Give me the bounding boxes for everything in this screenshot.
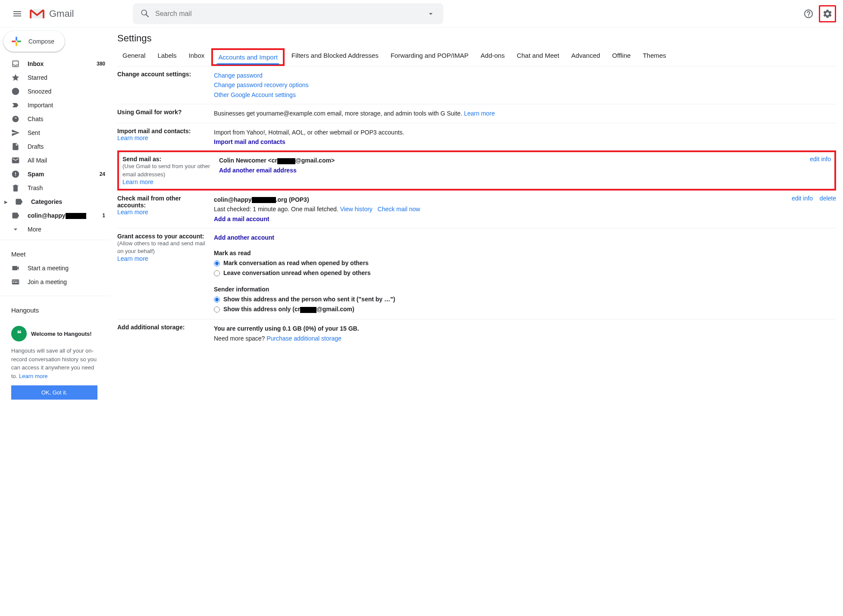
meet-section: Meet Start a meetingJoin a meeting <box>0 244 110 292</box>
hangouts-section: Hangouts ❝ Welcome to Hangouts! Hangouts… <box>0 300 110 408</box>
inbox-icon <box>11 59 20 68</box>
hangouts-icon: ❝ <box>11 326 27 341</box>
mark-read-radio-1[interactable] <box>214 260 220 266</box>
row-send-mail-as: Send mail as: (Use Gmail to send from yo… <box>117 150 836 190</box>
add-another-account-link[interactable]: Add another account <box>214 234 274 241</box>
label-icon <box>11 211 20 220</box>
sidebar-item-snoozed[interactable]: Snoozed <box>0 84 110 98</box>
settings-tabs: GeneralLabelsInboxAccounts and ImportFil… <box>117 48 836 66</box>
checkmail-delete-link[interactable]: delete <box>820 195 836 202</box>
gmail-icon <box>29 6 45 22</box>
sidebar-item-colin-happy-[interactable]: colin@happy1 <box>0 209 110 222</box>
tab-advanced[interactable]: Advanced <box>566 48 605 63</box>
spam-icon <box>11 170 20 178</box>
search-bar[interactable] <box>133 3 443 24</box>
sidebar-item-starred[interactable]: Starred <box>0 71 110 84</box>
label-icon <box>15 197 23 206</box>
app-name: Gmail <box>49 8 74 19</box>
hangouts-learn-more-link[interactable]: Learn more <box>19 373 47 379</box>
tab-labels[interactable]: Labels <box>152 48 182 63</box>
check-mail-now-link[interactable]: Check mail now <box>378 206 420 213</box>
more-icon <box>11 225 20 234</box>
row-additional-storage: Add additional storage: You are currentl… <box>117 319 836 347</box>
sidebar-item-categories[interactable]: ▶Categories <box>0 195 110 209</box>
sidebar-item-inbox[interactable]: Inbox380 <box>0 57 110 71</box>
svg-text:❝: ❝ <box>15 117 17 121</box>
app-header: Gmail <box>0 0 843 28</box>
trash-icon <box>11 184 20 192</box>
sendas-learn-more-link[interactable]: Learn more <box>122 178 154 185</box>
search-options-dropdown-icon[interactable] <box>421 4 441 24</box>
chats-icon: ❝ <box>11 115 20 123</box>
row-grant-access: Grant access to your account: (Allow oth… <box>117 228 836 319</box>
sender-info-radio-2[interactable] <box>214 306 220 313</box>
sidebar-item-all-mail[interactable]: All Mail <box>0 153 110 167</box>
important-icon <box>11 101 20 109</box>
search-icon[interactable] <box>135 4 155 24</box>
clock-icon <box>11 87 20 96</box>
help-icon[interactable] <box>800 5 817 22</box>
hamburger-menu-icon[interactable] <box>7 3 28 24</box>
mark-read-radio-2[interactable] <box>214 270 220 276</box>
purchase-storage-link[interactable]: Purchase additional storage <box>266 335 342 342</box>
view-history-link[interactable]: View history <box>340 206 373 213</box>
change-password-link[interactable]: Change password <box>214 72 263 79</box>
sidebar-item-more[interactable]: More <box>0 222 110 236</box>
gsuite-learn-more-link[interactable]: Learn more <box>464 110 495 117</box>
sidebar-item-important[interactable]: Important <box>0 98 110 112</box>
keyboard-icon <box>11 278 20 286</box>
tab-general[interactable]: General <box>117 48 150 63</box>
compose-label: Compose <box>28 38 54 45</box>
tab-offline[interactable]: Offline <box>607 48 636 63</box>
checkmail-learn-more-link[interactable]: Learn more <box>117 209 148 216</box>
sidebar-item-chats[interactable]: ❝Chats <box>0 112 110 126</box>
hangouts-desc: Hangouts will save all of your on-record… <box>11 347 100 380</box>
tab-forwarding-and-pop-imap[interactable]: Forwarding and POP/IMAP <box>385 48 474 63</box>
sender-info-radio-1[interactable] <box>214 297 220 303</box>
meet-title: Meet <box>0 247 110 261</box>
meet-item-join-a-meeting[interactable]: Join a meeting <box>0 275 110 289</box>
tab-accounts-and-import[interactable]: Accounts and Import <box>213 50 283 64</box>
tab-themes[interactable]: Themes <box>638 48 671 63</box>
add-email-address-link[interactable]: Add another email address <box>219 167 297 174</box>
other-google-settings-link[interactable]: Other Google Account settings <box>214 91 296 98</box>
search-input[interactable] <box>155 10 421 18</box>
add-mail-account-link[interactable]: Add a mail account <box>214 216 269 222</box>
tab-inbox[interactable]: Inbox <box>184 48 210 63</box>
sidebar-item-drafts[interactable]: Drafts <box>0 140 110 153</box>
tab-chat-and-meet[interactable]: Chat and Meet <box>511 48 564 63</box>
hangouts-ok-button[interactable]: OK, Got it. <box>11 385 97 400</box>
change-recovery-link[interactable]: Change password recovery options <box>214 81 308 88</box>
gear-icon[interactable] <box>820 6 835 21</box>
allmail-icon <box>11 156 20 165</box>
tab-filters-and-blocked-addresses[interactable]: Filters and Blocked Addresses <box>286 48 384 63</box>
plus-icon <box>9 34 23 48</box>
checkmail-edit-info-link[interactable]: edit info <box>792 195 813 202</box>
row-using-gmail-for-work: Using Gmail for work? Businesses get you… <box>117 104 836 123</box>
sidebar-item-trash[interactable]: Trash <box>0 181 110 195</box>
row-check-mail-other: Check mail from other accounts: Learn mo… <box>117 191 836 228</box>
header-right <box>800 5 836 22</box>
grant-learn-more-link[interactable]: Learn more <box>117 255 148 262</box>
drafts-icon <box>11 142 20 151</box>
cam-icon <box>11 264 20 272</box>
import-mail-link[interactable]: Import mail and contacts <box>214 138 285 145</box>
sidebar-item-sent[interactable]: Sent <box>0 126 110 140</box>
sidebar-item-spam[interactable]: Spam24 <box>0 167 110 181</box>
import-learn-more-link[interactable]: Learn more <box>117 134 148 141</box>
hangouts-title: Hangouts <box>0 303 110 317</box>
send-icon <box>11 128 20 137</box>
page-title: Settings <box>117 33 836 44</box>
compose-button[interactable]: Compose <box>3 31 65 52</box>
settings-highlight-box <box>819 5 836 22</box>
meet-item-start-a-meeting[interactable]: Start a meeting <box>0 261 110 275</box>
tab-add-ons[interactable]: Add-ons <box>476 48 510 63</box>
sidebar: Compose Inbox380StarredSnoozedImportant❝… <box>0 28 110 408</box>
sendas-edit-info-link[interactable]: edit info <box>810 156 831 163</box>
row-change-account-settings: Change account settings: Change password… <box>117 66 836 104</box>
star-icon <box>11 73 20 82</box>
settings-content: Settings GeneralLabelsInboxAccounts and … <box>110 28 843 408</box>
hangouts-welcome: Welcome to Hangouts! <box>31 331 92 337</box>
gmail-logo[interactable]: Gmail <box>29 6 116 22</box>
row-import-mail-contacts: Import mail and contacts: Learn more Imp… <box>117 123 836 152</box>
